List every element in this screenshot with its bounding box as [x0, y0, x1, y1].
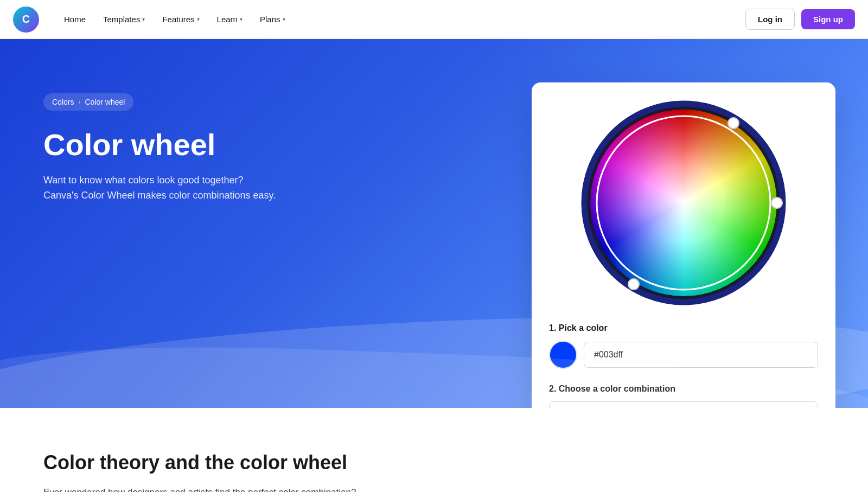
chevron-down-icon: ▾ — [283, 16, 285, 22]
combination-dropdown-wrapper: ComplementaryMonochromaticAnalogousTriad… — [549, 401, 818, 408]
breadcrumb: Colors › Color wheel — [43, 93, 133, 111]
nav-actions: Log in Sign up — [745, 9, 855, 30]
section-text: Ever wondered how designers and artists … — [43, 485, 423, 492]
nav-home[interactable]: Home — [56, 10, 93, 28]
nav-templates[interactable]: Templates ▾ — [95, 10, 152, 28]
chevron-down-icon: ▾ — [197, 16, 200, 22]
section-title: Color theory and the color wheel — [43, 451, 825, 474]
color-input-row — [549, 341, 818, 369]
canva-logo[interactable]: C — [13, 7, 39, 33]
chevron-down-icon: ▾ — [142, 16, 145, 22]
chevron-down-icon: ▾ — [240, 16, 242, 22]
nav-links: Home Templates ▾ Features ▾ Learn ▾ Plan… — [56, 10, 745, 28]
signup-button[interactable]: Sign up — [801, 9, 855, 29]
hero-section: Colors › Color wheel Color wheel Want to… — [0, 39, 868, 408]
hero-description: Want to know what colors look good toget… — [43, 172, 315, 204]
logo-text: C — [22, 13, 30, 25]
combination-select[interactable]: ComplementaryMonochromaticAnalogousTriad… — [549, 401, 818, 408]
nav-learn[interactable]: Learn ▾ — [209, 10, 250, 28]
color-swatch[interactable] — [549, 341, 577, 369]
nav-plans[interactable]: Plans ▾ — [252, 10, 293, 28]
step2-label: 2. Choose a color combination — [549, 384, 818, 394]
hex-input[interactable] — [584, 342, 818, 368]
step1-label: 1. Pick a color — [549, 323, 818, 333]
breadcrumb-current: Color wheel — [85, 98, 125, 106]
wheel-handle-bottom[interactable] — [628, 279, 639, 290]
breadcrumb-separator: › — [78, 98, 80, 106]
breadcrumb-parent[interactable]: Colors — [52, 98, 74, 106]
nav-features[interactable]: Features ▾ — [155, 10, 207, 28]
page-title: Color wheel — [43, 128, 825, 162]
navbar: C Home Templates ▾ Features ▾ Learn ▾ Pl… — [0, 0, 868, 39]
login-button[interactable]: Log in — [745, 9, 795, 30]
hero-left: Colors › Color wheel Color wheel Want to… — [43, 72, 825, 203]
below-hero-section: Color theory and the color wheel Ever wo… — [0, 408, 868, 492]
